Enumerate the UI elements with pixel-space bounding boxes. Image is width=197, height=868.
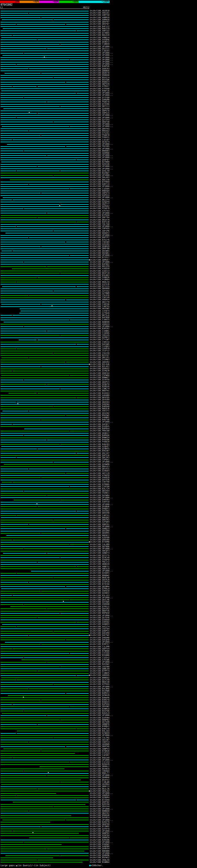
alignment-bar[interactable] xyxy=(1,246,41,247)
alignment-bar[interactable] xyxy=(41,827,89,827)
alignment-bar[interactable] xyxy=(41,751,89,751)
alignment-bar[interactable] xyxy=(1,424,12,425)
alignment-bar[interactable] xyxy=(1,720,60,720)
alignment-bar[interactable] xyxy=(1,188,69,189)
alignment-bar[interactable] xyxy=(60,106,89,107)
alignment-bar[interactable] xyxy=(1,22,89,23)
alignment-bar[interactable] xyxy=(17,733,89,734)
alignment-bar[interactable] xyxy=(1,128,89,129)
alignment-bar[interactable] xyxy=(38,340,89,340)
alignment-bar[interactable] xyxy=(1,762,69,763)
alignment-bar[interactable] xyxy=(47,155,89,156)
alignment-bar[interactable] xyxy=(1,415,65,416)
alignment-bar[interactable] xyxy=(17,402,89,402)
alignment-bar[interactable] xyxy=(1,746,65,747)
alignment-bar[interactable] xyxy=(1,638,89,638)
alignment-bar[interactable] xyxy=(1,853,89,854)
alignment-bar[interactable] xyxy=(1,757,12,758)
alignment-bar[interactable] xyxy=(1,633,89,634)
alignment-bar[interactable] xyxy=(1,362,65,363)
alignment-bar[interactable] xyxy=(24,657,89,658)
alignment-bar[interactable] xyxy=(1,257,89,258)
alignment-bar[interactable] xyxy=(38,113,89,114)
alignment-bar[interactable] xyxy=(60,444,89,445)
alignment-bar[interactable] xyxy=(1,68,28,69)
alignment-bar[interactable] xyxy=(41,366,89,367)
alignment-bar[interactable] xyxy=(1,840,89,840)
alignment-bar[interactable] xyxy=(70,375,89,376)
alignment-bar[interactable] xyxy=(1,617,37,618)
alignment-bar[interactable] xyxy=(1,640,65,640)
alignment-bar[interactable] xyxy=(1,264,89,265)
alignment-bar[interactable] xyxy=(1,70,89,71)
alignment-bar[interactable] xyxy=(1,604,23,605)
alignment-bar[interactable] xyxy=(12,140,89,140)
alignment-bar[interactable] xyxy=(47,331,89,331)
alignment-bar[interactable] xyxy=(77,159,89,160)
alignment-bar[interactable] xyxy=(1,580,89,581)
alignment-bar[interactable] xyxy=(1,755,89,756)
alignment-bar[interactable] xyxy=(70,762,89,763)
alignment-bar[interactable] xyxy=(1,366,41,367)
alignment-bar[interactable] xyxy=(54,738,89,738)
alignment-bar[interactable] xyxy=(12,86,37,87)
alignment-bar[interactable] xyxy=(38,217,89,218)
alignment-bar[interactable] xyxy=(70,255,89,256)
alignment-bar[interactable] xyxy=(1,11,89,11)
alignment-bar[interactable] xyxy=(41,304,89,305)
alignment-bar[interactable] xyxy=(1,37,89,38)
alignment-bar[interactable] xyxy=(12,371,89,371)
alignment-bar[interactable] xyxy=(1,133,89,134)
alignment-bar[interactable] xyxy=(1,446,89,447)
alignment-bar[interactable] xyxy=(1,524,28,525)
alignment-bar[interactable] xyxy=(1,682,89,683)
alignment-bar[interactable] xyxy=(1,564,89,565)
alignment-bar[interactable] xyxy=(41,193,89,193)
alignment-bar[interactable] xyxy=(1,62,89,63)
alignment-bar[interactable] xyxy=(54,631,89,631)
alignment-bar[interactable] xyxy=(1,353,53,353)
alignment-bar[interactable] xyxy=(38,166,89,167)
alignment-bar[interactable] xyxy=(24,435,89,436)
alignment-bar[interactable] xyxy=(12,199,89,200)
alignment-bar[interactable] xyxy=(1,662,46,662)
alignment-bar[interactable] xyxy=(47,440,89,440)
alignment-bar[interactable] xyxy=(1,215,89,216)
alignment-bar[interactable] xyxy=(1,168,89,169)
alignment-bar[interactable] xyxy=(1,584,89,585)
alignment-bar[interactable] xyxy=(1,798,89,798)
alignment-bar[interactable] xyxy=(12,269,89,269)
alignment-bar[interactable] xyxy=(1,489,89,489)
alignment-bar[interactable] xyxy=(41,17,89,18)
alignment-bar[interactable] xyxy=(1,26,89,27)
alignment-bar[interactable] xyxy=(1,117,16,118)
alignment-bar[interactable] xyxy=(1,259,89,260)
alignment-bar[interactable] xyxy=(1,526,89,527)
alignment-bar[interactable] xyxy=(1,493,89,494)
alignment-bar[interactable] xyxy=(1,573,16,574)
alignment-bar[interactable] xyxy=(3,748,89,749)
alignment-bar[interactable] xyxy=(38,788,89,789)
alignment-bar[interactable] xyxy=(1,504,89,505)
alignment-bar[interactable] xyxy=(2,126,69,127)
alignment-bar[interactable] xyxy=(17,170,60,171)
alignment-bar[interactable] xyxy=(1,24,16,25)
alignment-bar[interactable] xyxy=(47,495,89,496)
alignment-bar[interactable] xyxy=(1,509,89,509)
alignment-bar[interactable] xyxy=(1,740,89,740)
alignment-bar[interactable] xyxy=(77,344,89,345)
alignment-bar[interactable] xyxy=(12,315,89,316)
alignment-bar[interactable] xyxy=(1,355,89,355)
alignment-bar[interactable] xyxy=(1,477,41,478)
alignment-bar[interactable] xyxy=(1,88,89,89)
alignment-bar[interactable] xyxy=(54,520,89,520)
alignment-bar[interactable] xyxy=(66,300,89,300)
alignment-bar[interactable] xyxy=(1,471,89,471)
alignment-bar[interactable] xyxy=(70,320,89,320)
alignment-bar[interactable] xyxy=(1,522,89,523)
alignment-bar[interactable] xyxy=(1,531,89,531)
alignment-bar[interactable] xyxy=(70,706,89,707)
alignment-bar[interactable] xyxy=(1,655,89,656)
alignment-bar[interactable] xyxy=(77,286,89,287)
alignment-bar[interactable] xyxy=(1,253,89,253)
